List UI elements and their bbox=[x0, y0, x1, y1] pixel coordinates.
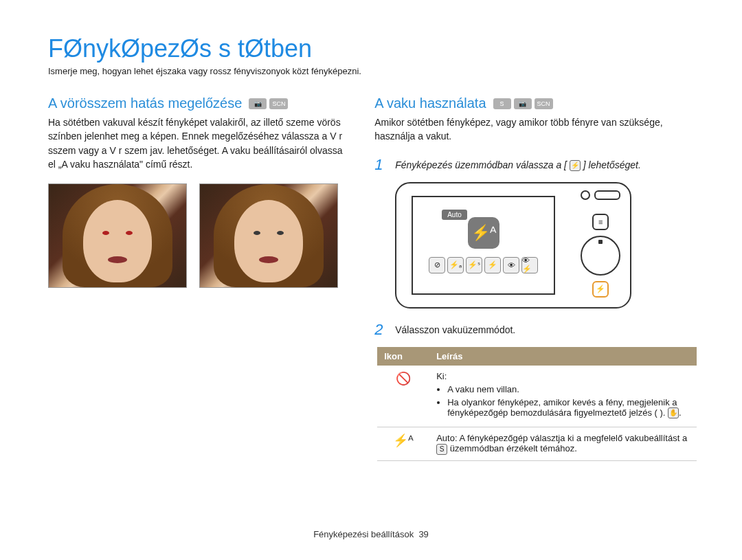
step-number: 2 bbox=[374, 321, 387, 339]
flash-auto-icon: ⚡ᴬ bbox=[468, 217, 499, 249]
flash-auto-smart-icon: ⚡ₐ bbox=[447, 257, 464, 273]
smart-mode-inline-icon: S bbox=[436, 444, 447, 455]
left-heading: A vörösszem hatás megelőzése bbox=[48, 96, 242, 111]
step-number: 1 bbox=[374, 156, 387, 174]
column-right: A vaku használata S 📷 SCN Amikor sötétbe… bbox=[374, 96, 694, 461]
left-body: Ha sötétben vakuval készít fényképet val… bbox=[48, 115, 347, 171]
column-left: A vörösszem hatás megelőzése 📷 SCN Ha sö… bbox=[48, 96, 347, 461]
screen-label: Auto bbox=[442, 210, 467, 220]
shake-warning-icon: ✋ bbox=[668, 407, 679, 418]
section-header-left: A vörösszem hatás megelőzése 📷 SCN bbox=[48, 96, 347, 111]
smart-mode-icon: S bbox=[493, 98, 511, 109]
table-col-desc: Leírás bbox=[429, 347, 697, 366]
flash-mode-table: Ikon Leírás 🚫 Ki: A vaku nem villan. Ha … bbox=[377, 347, 697, 461]
photo-corrected bbox=[199, 183, 338, 288]
page-subtitle: Ismerje meg, hogyan lehet éjszaka vagy r… bbox=[48, 66, 694, 76]
step-text: Válasszon vakuüzemmódot. bbox=[395, 321, 515, 339]
page-title: FØnykØpezØs s tØtben bbox=[48, 34, 694, 63]
table-col-icon: Ikon bbox=[377, 347, 429, 366]
page: FØnykØpezØs s tØtben Ismerje meg, hogyan… bbox=[0, 0, 742, 461]
camera-illustration: Auto ⚡ᴬ ⊘ ⚡ₐ ⚡ˢ ⚡ 👁 👁⚡ ≡ ⚡ bbox=[395, 182, 631, 309]
example-photos bbox=[48, 183, 347, 288]
step-1: 1 Fényképezés üzemmódban válassza a [ ⚡ … bbox=[374, 156, 694, 174]
camera-mode-icon: 📷 bbox=[514, 98, 532, 109]
table-row: ⚡ᴬ Auto: A fényképezőgép választja ki a … bbox=[377, 427, 697, 461]
row-icon-off: 🚫 bbox=[377, 366, 429, 427]
flash-slow-icon: ⚡ˢ bbox=[466, 257, 482, 273]
row-icon-auto: ⚡ᴬ bbox=[377, 427, 429, 461]
camera-mode-icon: 📷 bbox=[249, 98, 267, 109]
row-desc-off: Ki: A vaku nem villan. Ha olyankor fényk… bbox=[429, 366, 697, 427]
step-text: Fényképezés üzemmódban válassza a [ ⚡ ] … bbox=[395, 156, 641, 174]
content-columns: A vörösszem hatás megelőzése 📷 SCN Ha sö… bbox=[48, 96, 694, 461]
flash-off-icon: ⊘ bbox=[429, 257, 445, 273]
table-row: 🚫 Ki: A vaku nem villan. Ha olyankor fén… bbox=[377, 366, 697, 427]
flash-icon: ⚡ bbox=[570, 160, 581, 171]
camera-screen: Auto ⚡ᴬ ⊘ ⚡ₐ ⚡ˢ ⚡ 👁 👁⚡ bbox=[412, 196, 555, 295]
redeye-fix-icon: 👁⚡ bbox=[521, 257, 538, 273]
camera-controls: ≡ ⚡ bbox=[581, 214, 620, 298]
mode-icons-left: 📷 SCN bbox=[249, 98, 288, 109]
photo-redeye bbox=[48, 183, 187, 288]
page-footer: Fényképezési beállítások 39 bbox=[0, 529, 742, 539]
scene-mode-icon: SCN bbox=[269, 98, 288, 109]
camera-flash-button: ⚡ bbox=[592, 281, 609, 298]
flash-on-icon: ⚡ bbox=[484, 257, 501, 273]
right-body: Amikor sötétben fényképez, vagy amikor t… bbox=[374, 115, 694, 144]
scene-mode-icon: SCN bbox=[535, 98, 553, 109]
camera-menu-button: ≡ bbox=[592, 214, 609, 230]
redeye-icon: 👁 bbox=[503, 257, 519, 273]
step-2: 2 Válasszon vakuüzemmódot. bbox=[374, 321, 694, 339]
camera-dial bbox=[581, 236, 620, 276]
mode-icons-right: S 📷 SCN bbox=[493, 98, 553, 109]
section-header-right: A vaku használata S 📷 SCN bbox=[374, 96, 694, 111]
right-heading: A vaku használata bbox=[374, 96, 486, 111]
flash-option-row: ⊘ ⚡ₐ ⚡ˢ ⚡ 👁 👁⚡ bbox=[429, 257, 538, 273]
row-desc-auto: Auto: A fényképezőgép választja ki a meg… bbox=[429, 427, 697, 461]
